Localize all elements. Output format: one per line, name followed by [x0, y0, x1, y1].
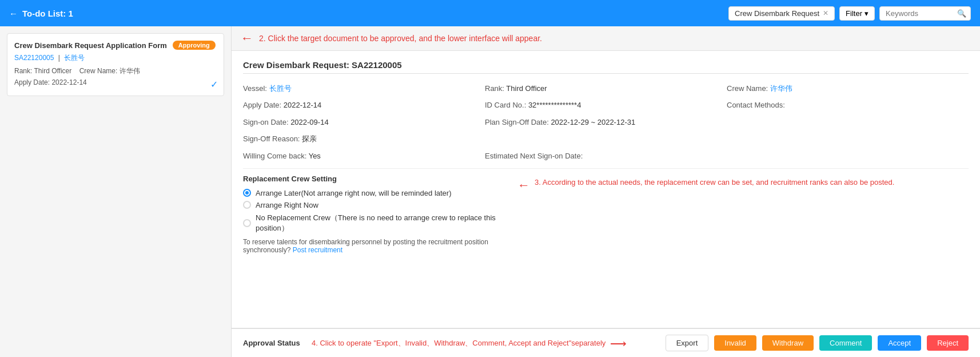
detail-contact: Contact Methods:	[727, 98, 969, 112]
radio-no-replacement[interactable]: No Replacement Crew（There is no need to …	[243, 213, 517, 233]
filter-button[interactable]: Filter ▾	[839, 6, 875, 21]
radio-group: Arrange Later(Not arrange right now, wil…	[243, 189, 517, 233]
card-rank-value: Third Officer	[34, 67, 71, 75]
detail-spacer4	[727, 149, 969, 162]
invalid-button[interactable]: Invalid	[714, 335, 756, 351]
page-wrapper: ← To-do List: 1 Crew Disembark Request ✕…	[0, 0, 980, 357]
detail-id-card: ID Card No.: 32**************4	[485, 98, 727, 112]
detail-crew-name: Crew Name: 许华伟	[727, 82, 969, 95]
card-link-id[interactable]: SA22120005	[14, 54, 54, 62]
card-separator: |	[58, 54, 60, 62]
accept-button[interactable]: Accept	[878, 335, 921, 351]
divider	[243, 168, 969, 169]
comment-button[interactable]: Comment	[819, 335, 872, 351]
replacement-left: Replacement Crew Setting Arrange Later(N…	[243, 174, 517, 254]
replacement-title: Replacement Crew Setting	[243, 174, 517, 183]
dropdown-icon: ▾	[865, 9, 869, 18]
replacement-section: Replacement Crew Setting Arrange Later(N…	[243, 174, 969, 254]
post-recruitment-link[interactable]: Post recruitment	[293, 246, 342, 254]
detail-rank: Rank: Third Officer	[485, 82, 727, 95]
detail-spacer1	[727, 116, 969, 129]
radio-unchecked-icon	[243, 201, 251, 209]
request-card[interactable]: Crew Disembark Request Application Form …	[7, 33, 224, 96]
bottom-annotation: 4. Click to operate "Export、Invalid、With…	[312, 336, 660, 350]
card-rank-row: Rank: Third Officer Crew Name: 许华伟	[14, 65, 217, 77]
arrow-left-icon-3: ←	[517, 178, 530, 193]
detail-spacer2	[485, 132, 727, 145]
page-title: To-do List: 1	[22, 9, 73, 18]
detail-signoff-reason: Sign-Off Reason: 探亲	[243, 132, 485, 145]
reject-button[interactable]: Reject	[927, 335, 969, 351]
radio-arrange-now[interactable]: Arrange Right Now	[243, 201, 517, 209]
detail-signon-date: Sign-on Date: 2022-09-14	[243, 116, 485, 129]
left-panel: Crew Disembark Request Application Form …	[0, 26, 232, 357]
top-bar-left: ← To-do List: 1	[9, 9, 73, 18]
radio-unchecked-icon2	[243, 219, 251, 227]
detail-spacer3	[727, 132, 969, 145]
card-date-row: Apply Date: 2022-12-14	[14, 77, 217, 88]
radio-arrange-later[interactable]: Arrange Later(Not arrange right now, wil…	[243, 189, 517, 197]
top-bar: ← To-do List: 1 Crew Disembark Request ✕…	[0, 0, 980, 26]
filter-tag-label: Crew Disembark Request	[735, 9, 819, 18]
annotation-row-3: ← 3. According to the actual needs, the …	[517, 177, 894, 193]
card-applydate-value: 2022-12-14	[51, 78, 86, 86]
panels-row: Crew Disembark Request Application Form …	[0, 26, 980, 357]
card-info: Rank: Third Officer Crew Name: 许华伟 Apply…	[14, 65, 217, 89]
export-button[interactable]: Export	[666, 335, 709, 351]
search-icon: 🔍	[957, 9, 966, 18]
filter-tag[interactable]: Crew Disembark Request ✕	[728, 6, 835, 21]
card-crew-label: Crew Name:	[79, 67, 118, 75]
card-rank-label: Rank:	[14, 67, 32, 75]
annotation-row-1: ← 2. Click the target document to be app…	[232, 26, 980, 51]
card-crew-value: 许华伟	[119, 67, 140, 75]
annotation-text-3: 3. According to the actual needs, the re…	[535, 177, 894, 188]
card-links: SA22120005 | 长胜号	[14, 53, 217, 63]
approval-status-label: Approval Status	[243, 339, 306, 347]
card-check-icon: ✓	[210, 79, 218, 90]
radio-checked-icon	[243, 189, 251, 197]
card-applydate-label: Apply Date:	[14, 78, 50, 86]
keyword-wrap: 🔍	[879, 6, 971, 21]
detail-next-signon: Estimated Next Sign-on Date:	[485, 149, 727, 162]
card-link-vessel[interactable]: 长胜号	[64, 54, 85, 62]
right-content: Crew Disembark Request: SA22120005 Vesse…	[232, 51, 980, 328]
card-title: Crew Disembark Request Application Form	[14, 41, 167, 50]
approving-badge: Approving	[173, 41, 216, 50]
withdraw-button[interactable]: Withdraw	[762, 335, 814, 351]
detail-apply-date: Apply Date: 2022-12-14	[243, 98, 485, 112]
section-title: Crew Disembark Request: SA22120005	[243, 60, 969, 74]
detail-grid: Vessel: 长胜号 Rank: Third Officer Crew Nam…	[243, 82, 969, 162]
arrow-right-icon-4: ⟶	[610, 336, 627, 350]
detail-plan-signoff: Plan Sign-Off Date: 2022-12-29 ~ 2022-12…	[485, 116, 727, 129]
close-icon[interactable]: ✕	[823, 9, 828, 17]
detail-willing: Willing Come back: Yes	[243, 149, 485, 162]
card-header: Crew Disembark Request Application Form …	[14, 41, 217, 50]
back-arrow-icon[interactable]: ←	[9, 9, 18, 18]
recruitment-text-row: To reserve talents for disembarking pers…	[243, 238, 517, 254]
bottom-bar: Approval Status 4. Click to operate "Exp…	[232, 328, 980, 357]
top-bar-right: Crew Disembark Request ✕ Filter ▾ 🔍	[728, 6, 971, 21]
arrow-left-icon: ←	[241, 31, 253, 46]
annotation-text-1: 2. Click the target document to be appro…	[259, 34, 542, 43]
detail-vessel: Vessel: 长胜号	[243, 82, 485, 95]
right-panel: ← 2. Click the target document to be app…	[232, 26, 980, 357]
